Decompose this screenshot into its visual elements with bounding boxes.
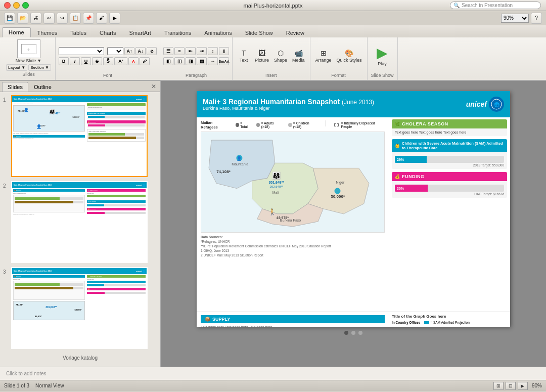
map-area[interactable]: Mauritania Mali Niger Burkina Faso 👤 74,… (201, 132, 385, 233)
redo-button[interactable]: ↪ (57, 13, 68, 24)
dropdown-arrow: ▼ (37, 58, 41, 63)
minimize-button[interactable] (13, 2, 20, 9)
slide-thumb-1[interactable]: 1 Mali+ 3 Regional Humanitarian Snapshot… (3, 95, 157, 177)
text-direction-button[interactable]: ↔ (208, 57, 218, 65)
indent-decrease-button[interactable]: ⇤ (186, 47, 196, 55)
tab-slides[interactable]: Slides (2, 82, 28, 92)
bullet-list-button[interactable]: ☰ (163, 47, 173, 55)
layout-button[interactable]: Layout ▼ (6, 64, 27, 71)
slide-canvas[interactable]: Mali+ 3 Regional Humanitarian Snapshot (… (197, 91, 510, 327)
slide-thumb-2[interactable]: 2 Mali+ 3 Regional Humanitarian Snapshot… (3, 181, 157, 263)
graph-section: Title of the Graph Goes here In Country … (389, 312, 510, 327)
tab-home[interactable]: Home (2, 27, 31, 37)
bold-button[interactable]: B (59, 57, 69, 65)
quick-styles-icon: 🎨 (345, 50, 353, 57)
format-painter[interactable]: 🖌 (96, 13, 107, 24)
zoom-level: 90% (532, 383, 542, 388)
zoom-select[interactable]: 90% 100% 75% (501, 14, 529, 23)
slide-region: Burkina Faso, Mauritania & Niger (203, 106, 374, 111)
italic-button[interactable]: I (70, 57, 80, 65)
presentation-button[interactable]: ▶ (518, 382, 528, 390)
tab-tables[interactable]: Tables (64, 28, 93, 37)
map-svg: Mauritania Mali Niger Burkina Faso 👤 74,… (201, 132, 384, 232)
font-shrink-button[interactable]: A↓ (135, 47, 146, 55)
tab-review[interactable]: Review (280, 28, 311, 37)
play-button[interactable]: ▶ Play (374, 45, 390, 68)
notes-area[interactable]: Click to add notes (0, 367, 546, 380)
tab-slideshow[interactable]: Slide Show (239, 28, 280, 37)
align-center-button[interactable]: ◫ (174, 57, 185, 65)
smartart-convert-button[interactable]: SmArt (219, 57, 229, 65)
tab-themes[interactable]: Themes (31, 28, 64, 37)
copy-button[interactable]: 📋 (70, 13, 81, 24)
clear-format-button[interactable]: ⊘ (147, 47, 157, 55)
present-button[interactable]: ▶ (109, 13, 120, 24)
arrange-button[interactable]: ⊞ Arrange (313, 48, 334, 64)
search-bar[interactable]: 🔍 Search in Presentation (450, 2, 541, 9)
funding-body: 30% HAC Target: $166 M (392, 181, 507, 198)
save-button[interactable]: 💾 (4, 13, 15, 24)
quick-styles-button[interactable]: 🎨 Quick Styles (335, 48, 364, 64)
picture-icon: 🖼 (258, 50, 265, 57)
cholera-title: CHOLERA SEASON (402, 121, 448, 126)
text-button[interactable]: T Text (236, 48, 252, 64)
columns-button[interactable]: ⫿ (219, 47, 229, 55)
font-size-select[interactable] (107, 47, 123, 55)
font-grow-button[interactable]: A↑ (124, 47, 134, 55)
legend-adults-label: = Adults (>18) (261, 121, 282, 128)
picture-button[interactable]: 🖼 Picture (253, 48, 271, 64)
slide-thumbnail-3[interactable]: Mali+ 3 Regional Humanitarian Snapshot (… (11, 267, 148, 349)
align-left-button[interactable]: ◧ (163, 57, 173, 65)
graph-title: Title of the Graph Goes here (392, 314, 507, 319)
slide-thumbnail-2[interactable]: Mali+ 3 Regional Humanitarian Snapshot (… (11, 181, 148, 263)
panel-close-button[interactable]: ✕ (149, 82, 158, 91)
slide-thumb-3[interactable]: 3 Mali+ 3 Regional Humanitarian Snapshot… (3, 267, 157, 349)
tab-charts[interactable]: Charts (93, 28, 122, 37)
numbered-list-button[interactable]: ≡ (174, 47, 185, 55)
paragraph-group-label: Paragraph (186, 73, 207, 79)
font-color-button[interactable]: A (128, 57, 139, 65)
line-spacing-button[interactable]: ↕ (208, 47, 218, 55)
dot-2[interactable] (351, 331, 355, 335)
undo-button[interactable]: ↩ (43, 13, 55, 24)
underline-button[interactable]: U (81, 57, 91, 65)
close-button[interactable] (4, 2, 11, 9)
new-slide-label[interactable]: New Slide ▼ (16, 58, 41, 63)
section-button[interactable]: Section ▼ (28, 64, 51, 71)
shadow-button[interactable]: S̈ (103, 57, 113, 65)
slide-thumbnail-1[interactable]: Mali+ 3 Regional Humanitarian Snapshot (… (11, 95, 148, 177)
highlight-button[interactable]: 🖊 (140, 57, 150, 65)
svg-point-14 (334, 188, 340, 194)
dot-3[interactable] (358, 331, 362, 335)
open-button[interactable]: 📂 (17, 13, 28, 24)
paste-button[interactable]: 📌 (83, 13, 94, 24)
slide-sorter-button[interactable]: ⊟ (506, 382, 516, 390)
mini-slide-3: Mali+ 3 Regional Humanitarian Snapshot (… (12, 268, 147, 348)
slide-area[interactable]: Mali+ 3 Regional Humanitarian Snapshot (… (161, 81, 546, 367)
print-button[interactable]: 🖨 (30, 13, 41, 24)
tab-smartart[interactable]: SmartArt (123, 28, 158, 37)
indent-increase-button[interactable]: ⇥ (197, 47, 207, 55)
ribbon-content: + New Slide ▼ Layout ▼ Section ▼ Slides … (0, 37, 546, 81)
new-slide-button[interactable]: + (17, 39, 40, 58)
maximize-button[interactable] (22, 2, 29, 9)
supply-header: 📦 SUPPLY (201, 315, 385, 323)
media-button[interactable]: 📹 Media (290, 48, 307, 64)
justify-button[interactable]: ▤ (197, 57, 207, 65)
tab-animations[interactable]: Animations (198, 28, 238, 37)
legend-title: Malian Refugees (201, 120, 230, 129)
normal-view-button[interactable]: ⊞ (493, 382, 504, 390)
tab-transitions[interactable]: Transitions (158, 28, 198, 37)
shape-button[interactable]: ⬡ Shape (272, 48, 289, 64)
strikethrough-button[interactable]: S (92, 57, 102, 65)
subscript-button[interactable]: A² (114, 57, 127, 65)
format-group: ⊞ Arrange 🎨 Quick Styles Format (310, 37, 368, 80)
help-button[interactable]: ? (531, 13, 542, 24)
font-family-select[interactable] (59, 47, 104, 55)
align-right-button[interactable]: ◨ (186, 57, 196, 65)
slide-right: 🌿 CHOLERA SEASON Text goes here Text goe… (389, 117, 510, 312)
play-icon: ▶ (377, 46, 388, 60)
legend-idp-label: = Internally Displaced People (341, 121, 385, 128)
tab-outline[interactable]: Outline (28, 82, 57, 92)
dot-1[interactable] (344, 331, 348, 335)
